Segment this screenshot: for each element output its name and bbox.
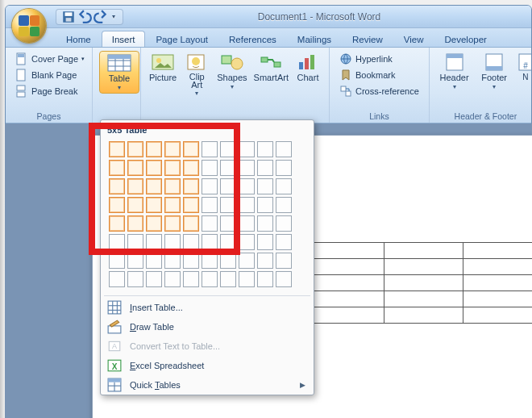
tab-page-layout[interactable]: Page Layout <box>145 31 218 47</box>
grid-cell[interactable] <box>109 197 125 213</box>
grid-cell[interactable] <box>220 253 236 269</box>
grid-cell[interactable] <box>257 271 273 287</box>
grid-cell[interactable] <box>220 197 236 213</box>
grid-cell[interactable] <box>257 253 273 269</box>
grid-cell[interactable] <box>146 234 162 250</box>
save-icon[interactable] <box>61 10 76 23</box>
grid-cell[interactable] <box>164 253 181 269</box>
grid-cell[interactable] <box>146 253 162 269</box>
blank-page-button[interactable]: Blank Page <box>12 67 85 83</box>
grid-cell[interactable] <box>109 253 125 269</box>
grid-cell[interactable] <box>127 178 143 194</box>
shapes-button[interactable]: Shapes ▾ <box>215 51 248 98</box>
grid-cell[interactable] <box>239 197 255 213</box>
grid-cell[interactable] <box>202 234 218 250</box>
chart-button[interactable]: Chart <box>293 51 322 98</box>
grid-cell[interactable] <box>257 160 273 176</box>
tab-mailings[interactable]: Mailings <box>287 31 342 47</box>
grid-cell[interactable] <box>220 160 236 176</box>
grid-cell[interactable] <box>164 141 181 157</box>
grid-cell[interactable] <box>146 197 162 213</box>
grid-cell[interactable] <box>109 271 125 287</box>
tab-developer[interactable]: Developer <box>434 31 497 47</box>
grid-cell[interactable] <box>146 215 162 232</box>
grid-cell[interactable] <box>164 234 181 250</box>
qat-customize-icon[interactable]: ▾ <box>110 10 118 23</box>
grid-cell[interactable] <box>276 178 292 194</box>
tab-home[interactable]: Home <box>56 31 102 47</box>
grid-cell[interactable] <box>127 234 143 250</box>
tab-references[interactable]: References <box>218 31 287 47</box>
grid-cell[interactable] <box>239 160 255 176</box>
grid-cell[interactable] <box>220 178 236 194</box>
grid-cell[interactable] <box>146 141 162 157</box>
grid-cell[interactable] <box>239 234 255 250</box>
grid-cell[interactable] <box>164 271 181 287</box>
tab-review[interactable]: Review <box>342 31 393 47</box>
grid-cell[interactable] <box>183 234 199 250</box>
table-button[interactable]: Table ▾ <box>99 51 139 94</box>
smartart-button[interactable]: SmartArt <box>252 51 290 98</box>
hyperlink-button[interactable]: Hyperlink <box>336 51 422 67</box>
page-number-button[interactable]: # N <box>516 51 531 92</box>
cover-page-button[interactable]: Cover Page ▾ <box>12 51 85 67</box>
grid-cell[interactable] <box>146 160 162 176</box>
grid-cell[interactable] <box>276 215 292 232</box>
grid-cell[interactable] <box>183 215 199 232</box>
grid-cell[interactable] <box>109 215 125 232</box>
grid-cell[interactable] <box>239 253 255 269</box>
grid-cell[interactable] <box>257 197 273 213</box>
clip-art-button[interactable]: Clip Art ▾ <box>181 51 212 98</box>
grid-cell[interactable] <box>202 160 218 176</box>
menu-quick-tables[interactable]: Quick Tables ▶ <box>101 375 314 395</box>
grid-cell[interactable] <box>164 215 181 232</box>
page-break-button[interactable]: Page Break <box>12 83 85 99</box>
grid-cell[interactable] <box>183 141 199 157</box>
grid-cell[interactable] <box>183 160 199 176</box>
grid-cell[interactable] <box>109 234 125 250</box>
menu-excel-spreadsheet[interactable]: X Excel Spreadsheet <box>101 356 314 375</box>
grid-cell[interactable] <box>127 141 143 157</box>
grid-cell[interactable] <box>202 141 218 157</box>
menu-draw-table[interactable]: Draw Table <box>101 317 314 336</box>
grid-cell[interactable] <box>146 271 162 287</box>
grid-cell[interactable] <box>276 234 292 250</box>
grid-cell[interactable] <box>276 141 292 157</box>
footer-button[interactable]: Footer▾ <box>476 51 513 92</box>
grid-cell[interactable] <box>239 271 255 287</box>
grid-cell[interactable] <box>183 253 199 269</box>
grid-cell[interactable] <box>239 215 255 232</box>
grid-cell[interactable] <box>239 178 255 194</box>
grid-cell[interactable] <box>239 141 255 157</box>
office-button[interactable] <box>12 9 46 43</box>
grid-cell[interactable] <box>276 160 292 176</box>
grid-cell[interactable] <box>146 178 162 194</box>
grid-cell[interactable] <box>127 253 143 269</box>
grid-cell[interactable] <box>127 215 143 232</box>
grid-cell[interactable] <box>127 271 143 287</box>
redo-icon[interactable] <box>94 10 108 23</box>
grid-cell[interactable] <box>276 253 292 269</box>
tab-insert[interactable]: Insert <box>102 31 146 47</box>
grid-cell[interactable] <box>202 271 218 287</box>
grid-cell[interactable] <box>183 271 199 287</box>
grid-cell[interactable] <box>109 178 125 194</box>
grid-cell[interactable] <box>202 253 218 269</box>
grid-cell[interactable] <box>276 271 292 287</box>
bookmark-button[interactable]: Bookmark <box>336 67 422 83</box>
grid-cell[interactable] <box>127 160 143 176</box>
grid-cell[interactable] <box>257 141 273 157</box>
picture-button[interactable]: Picture <box>148 51 178 98</box>
grid-cell[interactable] <box>257 234 273 250</box>
grid-cell[interactable] <box>202 178 218 194</box>
grid-cell[interactable] <box>257 215 273 232</box>
header-button[interactable]: Header▾ <box>436 51 473 92</box>
grid-cell[interactable] <box>127 197 143 213</box>
grid-cell[interactable] <box>220 215 236 232</box>
grid-cell[interactable] <box>109 141 125 157</box>
grid-cell[interactable] <box>220 141 236 157</box>
grid-cell[interactable] <box>220 271 236 287</box>
grid-cell[interactable] <box>183 178 199 194</box>
grid-cell[interactable] <box>257 178 273 194</box>
grid-cell[interactable] <box>220 234 236 250</box>
